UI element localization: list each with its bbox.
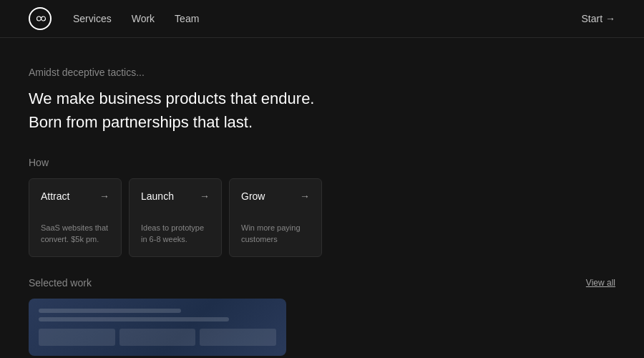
- card-grow-top: Grow →: [241, 190, 310, 202]
- logo[interactable]: [29, 7, 52, 30]
- selected-work-title: Selected work: [29, 277, 92, 289]
- cards-row: Attract → SaaS websites that convert. $5…: [29, 178, 615, 257]
- nav-link-team[interactable]: Team: [175, 13, 199, 24]
- hero-headline: We make business products that endure. B…: [29, 87, 615, 134]
- selected-work-header: Selected work View all: [29, 277, 615, 289]
- card-grow[interactable]: Grow → Win more paying customers: [229, 178, 322, 257]
- navbar: Services Work Team Start →: [0, 0, 644, 38]
- work-preview-card[interactable]: [29, 299, 286, 356]
- card-launch[interactable]: Launch → Ideas to prototype in 6-8 weeks…: [129, 178, 222, 257]
- start-button[interactable]: Start →: [582, 13, 615, 24]
- work-preview-block-3: [200, 329, 276, 346]
- hero-section: Amidst deceptive tactics... We make busi…: [29, 67, 615, 134]
- card-grow-arrow: →: [300, 190, 310, 202]
- card-attract-top: Attract →: [41, 190, 109, 202]
- main-content: Amidst deceptive tactics... We make busi…: [0, 38, 644, 356]
- card-attract-title: Attract: [41, 190, 69, 202]
- selected-work-section: Selected work View all: [29, 277, 615, 356]
- work-preview-grid: [39, 329, 276, 346]
- work-preview-bar-2: [39, 317, 229, 321]
- logo-icon: [29, 7, 52, 30]
- card-grow-desc: Win more paying customers: [241, 223, 310, 245]
- card-attract[interactable]: Attract → SaaS websites that convert. $5…: [29, 178, 122, 257]
- card-launch-top: Launch →: [141, 190, 210, 202]
- nav-right: Start →: [582, 13, 615, 24]
- hero-tagline: Amidst deceptive tactics...: [29, 67, 615, 78]
- nav-link-work[interactable]: Work: [132, 13, 155, 24]
- work-preview-inner: [29, 299, 286, 356]
- work-preview-block-1: [39, 329, 115, 346]
- card-launch-arrow: →: [200, 190, 210, 202]
- how-label: How: [29, 157, 615, 168]
- hero-headline-line2: Born from partnerships that last.: [29, 113, 253, 131]
- how-section: How Attract → SaaS websites that convert…: [29, 157, 615, 257]
- nav-links: Services Work Team: [73, 13, 582, 24]
- card-launch-title: Launch: [141, 190, 174, 202]
- view-all-link[interactable]: View all: [586, 278, 615, 288]
- work-preview-block-2: [119, 329, 196, 346]
- card-attract-desc: SaaS websites that convert. $5k pm.: [41, 223, 109, 245]
- work-preview-bar-1: [39, 309, 181, 313]
- card-grow-title: Grow: [241, 190, 265, 202]
- card-attract-arrow: →: [99, 190, 109, 202]
- hero-headline-line1: We make business products that endure.: [29, 90, 314, 107]
- card-launch-desc: Ideas to prototype in 6-8 weeks.: [141, 223, 210, 245]
- nav-link-services[interactable]: Services: [73, 13, 112, 24]
